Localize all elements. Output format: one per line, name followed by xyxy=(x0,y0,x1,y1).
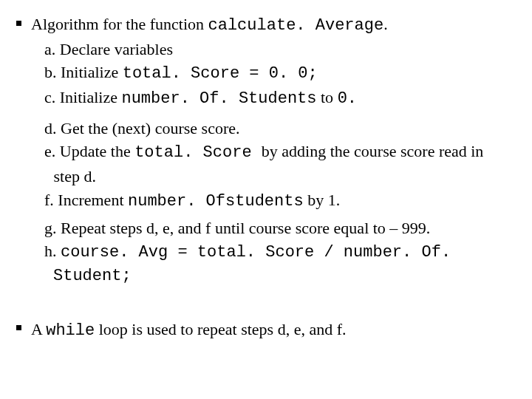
spacer xyxy=(44,112,519,117)
item-d: d. Get the (next) course score. xyxy=(44,117,519,140)
bullet-2-text-prefix: A xyxy=(31,320,46,338)
bullet-1-code: calculate. Average xyxy=(208,16,384,35)
item-b: b. Initialize total. Score = 0. 0; xyxy=(44,61,519,85)
bullet-1-text-suffix: . xyxy=(383,15,388,33)
item-c-code2: 0. xyxy=(338,89,357,108)
item-f-suffix: by 1. xyxy=(304,191,341,209)
item-c-prefix: c. Initialize xyxy=(44,88,121,106)
item-c-code: number. Of. Students xyxy=(121,89,316,108)
item-e-prefix: e. Update the xyxy=(44,142,134,160)
item-e-cont: step d. xyxy=(44,166,519,188)
bullet-icon xyxy=(16,21,21,26)
item-b-prefix: b. Initialize xyxy=(44,63,123,81)
item-e: e. Update the total. Score by adding the… xyxy=(44,140,519,164)
item-e-cont-text: step d. xyxy=(54,167,96,185)
item-b-code: total. Score = 0. 0; xyxy=(123,64,318,83)
slide: Algorithm for the function calculate. Av… xyxy=(0,0,532,356)
item-c-mid: to xyxy=(317,88,338,106)
sublist: a. Declare variables b. Initialize total… xyxy=(16,38,519,287)
bullet-1-text-prefix: Algorithm for the function xyxy=(31,15,208,33)
item-e-mid: by adding the course score read in xyxy=(262,142,484,160)
bullet-2: A while loop is used to repeat steps d, … xyxy=(16,318,519,342)
item-e-code: total. Score xyxy=(134,143,262,162)
item-a: a. Declare variables xyxy=(44,38,519,61)
spacer xyxy=(16,289,519,318)
bullet-1: Algorithm for the function calculate. Av… xyxy=(16,13,519,37)
bullet-2-text-suffix: loop is used to repeat steps d, e, and f… xyxy=(95,320,346,338)
bullet-2-code: while xyxy=(46,321,95,340)
item-h-code: course. Avg = total. Score / number. Of.… xyxy=(53,243,451,285)
item-f: f. Increment number. Ofstudents by 1. xyxy=(44,189,519,213)
item-c: c. Initialize number. Of. Students to 0. xyxy=(44,86,519,110)
item-f-prefix: f. Increment xyxy=(44,191,128,209)
bullet-icon xyxy=(16,325,21,330)
item-g: g. Repeat steps d, e, and f until course… xyxy=(44,217,519,239)
item-h-prefix: h. xyxy=(44,242,61,260)
item-h: h. course. Avg = total. Score / number. … xyxy=(44,240,519,287)
item-f-code: number. Ofstudents xyxy=(128,192,304,211)
